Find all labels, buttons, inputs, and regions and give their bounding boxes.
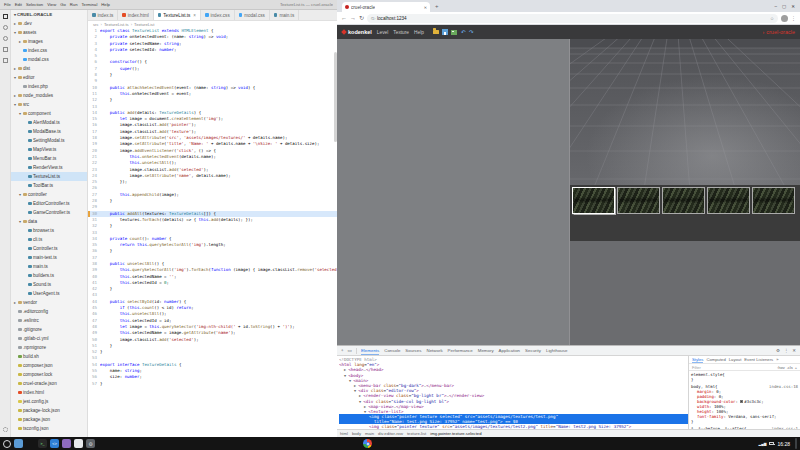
explorer-root-row[interactable]: ▾CRUEL-ORACLE <box>11 10 87 19</box>
device-toolbar-icon[interactable]: ▭ <box>348 348 352 353</box>
explorer-item-.dev[interactable]: ▸.dev <box>11 19 87 28</box>
texture-tile-1[interactable] <box>572 187 615 214</box>
site-info-icon[interactable]: ⓘ <box>371 16 375 21</box>
address-bar[interactable]: ⓘ localhost:1234 ☆ <box>367 14 778 23</box>
explorer-item-index.html[interactable]: index.html <box>11 388 87 397</box>
editor-tab-index.css[interactable]: index.css <box>201 10 235 20</box>
color-swatch-icon[interactable] <box>740 400 743 403</box>
extensions-icon[interactable] <box>3 58 8 63</box>
export-image-icon[interactable] <box>451 30 457 35</box>
browser-tab[interactable]: cruel-oracle ✕ <box>342 2 430 12</box>
explorer-item-assets[interactable]: ▾assets <box>11 28 87 37</box>
page-menu-help[interactable]: Help <box>414 30 424 35</box>
explorer-item-index.php[interactable]: index.php <box>11 82 87 91</box>
explorer-item-component[interactable]: ▾component <box>11 109 87 118</box>
explorer-item-EditorController.ts[interactable]: EditorController.ts <box>11 199 87 208</box>
files-app-icon[interactable] <box>14 439 23 448</box>
explorer-item-cli.ts[interactable]: cli.ts <box>11 235 87 244</box>
devtools-tab-performance[interactable]: Performance <box>448 346 473 356</box>
explorer-item-MapView.ts[interactable]: MapView.ts <box>11 145 87 154</box>
save-icon[interactable] <box>442 29 448 35</box>
close-icon[interactable]: ✕ <box>791 4 795 9</box>
explorer-item-modal.css[interactable]: modal.css <box>11 55 87 64</box>
overflow-chevron-icon[interactable]: » <box>776 357 778 362</box>
texture-tile-3[interactable] <box>662 187 705 214</box>
explorer-item-main.ts[interactable]: main.ts <box>11 262 87 271</box>
explorer-item-browser.ts[interactable]: browser.ts <box>11 226 87 235</box>
styles-toggle[interactable]: + <box>795 365 797 370</box>
styles-tab-layout[interactable]: Layout <box>729 356 742 364</box>
vscode-menu-terminal[interactable]: Terminal <box>82 2 98 7</box>
forward-icon[interactable]: → <box>350 15 356 21</box>
vscode-menu-edit[interactable]: Edit <box>15 2 22 7</box>
editor-tab-TextureList.ts[interactable]: TextureList.ts× <box>154 10 201 20</box>
explorer-item-main-test.ts[interactable]: main-test.ts <box>11 253 87 262</box>
dom-breadcrumb-item[interactable]: main <box>365 431 374 436</box>
tab-close-icon[interactable]: ✕ <box>424 5 427 10</box>
explorer-item-data[interactable]: ▾data <box>11 217 87 226</box>
redo-icon[interactable]: ↷ <box>469 30 474 35</box>
close-tab-icon[interactable]: × <box>193 13 196 18</box>
dom-breadcrumb-item[interactable]: texture-list <box>407 431 426 436</box>
styles-filter-input[interactable]: Filter <box>692 365 701 370</box>
styles-toggle[interactable]: :hov <box>777 365 785 370</box>
devtools-settings-icon[interactable]: ⚙ <box>776 348 780 353</box>
explorer-item-MenuBar.ts[interactable]: MenuBar.ts <box>11 154 87 163</box>
explorer-item-GameController.ts[interactable]: GameController.ts <box>11 208 87 217</box>
dom-breadcrumb-item[interactable]: html <box>340 431 348 436</box>
vscode-menu-selection[interactable]: Selection <box>26 2 43 7</box>
page-menu-texture[interactable]: Texture <box>393 30 409 35</box>
map-canvas[interactable] <box>337 39 569 345</box>
texture-tile-5[interactable] <box>752 187 795 214</box>
vscode-menu-view[interactable]: View <box>47 2 56 7</box>
explorer-item-node_modules[interactable]: ▸node_modules <box>11 91 87 100</box>
system-tray[interactable]: ▂▄▆ 16:28 <box>759 438 797 449</box>
editor-tab-index.html[interactable]: index.html <box>118 10 153 20</box>
back-icon[interactable]: ← <box>341 15 347 21</box>
explorer-item-RenderView.ts[interactable]: RenderView.ts <box>11 163 87 172</box>
devtools-tab-network[interactable]: Network <box>426 346 442 356</box>
code-editor[interactable]: 1export class TextureList extends HTMLEl… <box>88 28 337 437</box>
explorer-item-.editorconfig[interactable]: .editorconfig <box>11 307 87 316</box>
explorer-item-cruel-oracle.json[interactable]: cruel-oracle.json <box>11 379 87 388</box>
explorer-icon[interactable] <box>3 14 8 19</box>
browser-menu-icon[interactable]: ⋮ <box>791 15 796 21</box>
explorer-item-Sound.ts[interactable]: Sound.ts <box>11 280 87 289</box>
explorer-item-editor[interactable]: ▾editor <box>11 73 87 82</box>
explorer-item-images[interactable]: ▸images <box>11 37 87 46</box>
explorer-item-src[interactable]: ▾src <box>11 100 87 109</box>
explorer-item-.gitignore[interactable]: .gitignore <box>11 325 87 334</box>
editor-tab-main.ts[interactable]: main.ts <box>270 10 299 20</box>
terminal-icon[interactable]: >_ <box>38 439 47 448</box>
text-editor-icon[interactable] <box>74 439 83 448</box>
explorer-item-.eslintrc[interactable]: .eslintrc <box>11 316 87 325</box>
bookmark-star-icon[interactable]: ☆ <box>770 16 774 21</box>
devtools-tab-security[interactable]: Security <box>525 346 541 356</box>
show-desktop-handle[interactable] <box>795 438 797 449</box>
explorer-item-composer.lock[interactable]: composer.lock <box>11 370 87 379</box>
dom-breadcrumb-item[interactable]: div.editor-row <box>378 431 403 436</box>
explorer-item-package-lock.json[interactable]: package-lock.json <box>11 406 87 415</box>
explorer-item-TextureList.ts[interactable]: TextureList.ts <box>11 172 87 181</box>
explorer-item-SettingModal.ts[interactable]: SettingModal.ts <box>11 136 87 145</box>
render-viewport-3d[interactable] <box>570 39 800 185</box>
devtools-tab-application[interactable]: Application <box>499 346 520 356</box>
devtools-tab-lighthouse[interactable]: Lighthouse <box>546 346 567 356</box>
explorer-item-.npmignore[interactable]: .npmignore <box>11 343 87 352</box>
vscode-menu-file[interactable]: File <box>4 2 11 7</box>
explorer-item-vendor[interactable]: ▸vendor <box>11 298 87 307</box>
vscode-icon[interactable]: <> <box>50 439 59 448</box>
editor-tab-index.ts[interactable]: index.ts <box>88 10 118 20</box>
dom-breadcrumb-item[interactable]: img.pointer.texture.selected <box>430 431 481 436</box>
styles-tab-event-listeners[interactable]: Event Listeners <box>744 356 773 364</box>
devtools-close-icon[interactable]: ✕ <box>792 348 796 353</box>
explorer-item-package.json[interactable]: package.json <box>11 415 87 424</box>
texture-tile-2[interactable] <box>617 187 660 214</box>
new-tab-icon[interactable]: + <box>435 1 439 12</box>
reload-icon[interactable]: ↻ <box>359 15 364 21</box>
texture-tile-4[interactable] <box>707 187 750 214</box>
explorer-item-index.css[interactable]: index.css <box>11 46 87 55</box>
profile-avatar[interactable] <box>781 15 788 22</box>
explorer-item-UserAgent.ts[interactable]: UserAgent.ts <box>11 289 87 298</box>
explorer-item-composer.json[interactable]: composer.json <box>11 361 87 370</box>
